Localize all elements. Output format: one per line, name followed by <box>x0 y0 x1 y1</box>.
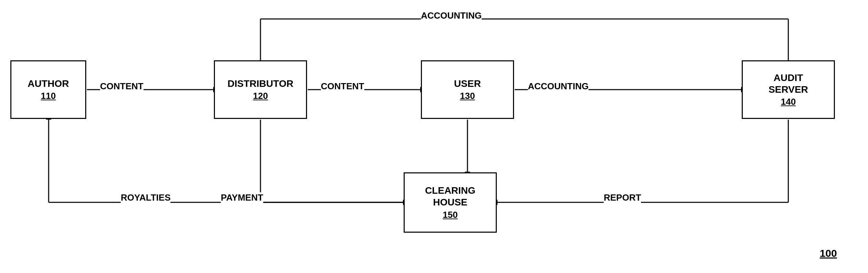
author-label: AUTHOR <box>28 78 69 90</box>
distributor-box: DISTRIBUTOR 120 <box>214 60 307 119</box>
audit-server-number: 140 <box>781 97 796 107</box>
payment-label: PAYMENT <box>221 192 263 203</box>
author-box: AUTHOR 110 <box>10 60 86 119</box>
royalties-label: ROYALTIES <box>121 192 170 203</box>
author-number: 110 <box>41 91 56 101</box>
diagram-number: 100 <box>820 247 837 259</box>
clearing-house-label: CLEARING HOUSE <box>425 185 475 208</box>
user-label: USER <box>454 78 481 90</box>
report-label: REPORT <box>604 192 641 203</box>
clearing-house-number: 150 <box>443 210 457 220</box>
clearing-house-box: CLEARING HOUSE 150 <box>404 172 497 233</box>
audit-server-box: AUDIT SERVER 140 <box>742 60 835 119</box>
user-number: 130 <box>460 91 475 101</box>
content-label-2: CONTENT <box>321 81 364 92</box>
accounting-label-1: ACCOUNTING <box>528 81 589 92</box>
distributor-label: DISTRIBUTOR <box>228 78 294 90</box>
diagram: AUTHOR 110 DISTRIBUTOR 120 USER 130 AUDI… <box>0 0 868 273</box>
audit-server-label: AUDIT SERVER <box>769 72 808 95</box>
distributor-number: 120 <box>253 91 268 101</box>
accounting-label-top: ACCOUNTING <box>421 10 482 21</box>
user-box: USER 130 <box>421 60 514 119</box>
content-label-1: CONTENT <box>100 81 144 92</box>
